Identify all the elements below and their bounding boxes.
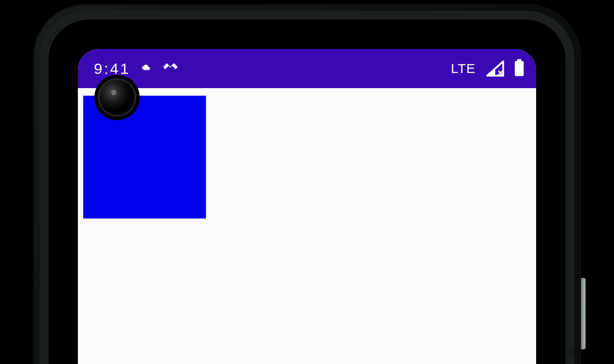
phone-frame-inner: 9:41 LTE — [48, 20, 566, 364]
status-bar-left: 9:41 — [94, 60, 179, 77]
phone-frame-outer: 9:41 LTE — [33, 4, 581, 364]
blue-square-view — [83, 96, 206, 218]
image-watermark: @稀土掘金技 — [556, 346, 610, 358]
network-type-label: LTE — [451, 61, 476, 76]
status-bar: 9:41 LTE — [78, 49, 536, 88]
cloud-icon — [141, 61, 151, 76]
device-screen: 9:41 LTE — [78, 49, 536, 364]
app-content — [78, 88, 536, 364]
phone-frame-mid: 9:41 LTE — [40, 11, 574, 364]
signal-no-internet-icon — [486, 61, 504, 77]
front-camera-punch-hole — [98, 78, 136, 117]
status-bar-right: LTE — [451, 61, 524, 77]
status-bar-clock: 9:41 — [94, 60, 130, 77]
power-button[interactable] — [581, 278, 586, 349]
battery-icon — [515, 61, 524, 76]
headset-icon — [162, 61, 179, 77]
